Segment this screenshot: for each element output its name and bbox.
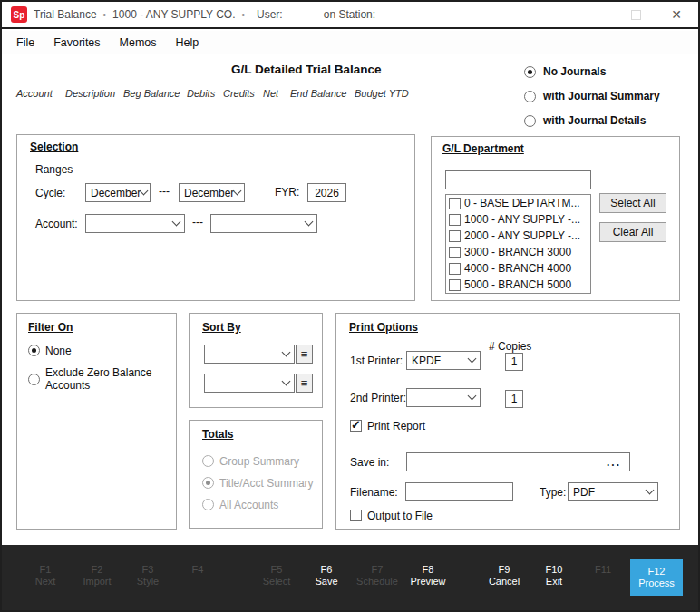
column-header-credits: Credits xyxy=(223,88,255,99)
browse-icon[interactable]: ... xyxy=(607,456,625,469)
radio-label: No Journals xyxy=(543,65,606,78)
checkbox-icon[interactable] xyxy=(449,279,461,291)
fk-label: Exit xyxy=(518,576,590,588)
department-list-item[interactable]: 4000 - BRANCH 4000 xyxy=(446,260,590,277)
sort2-dropdown[interactable] xyxy=(204,374,295,393)
user-label: User: xyxy=(257,8,283,21)
account-to-dropdown[interactable] xyxy=(210,214,317,233)
checkbox-icon[interactable] xyxy=(449,214,461,226)
ranges-label: Ranges xyxy=(35,163,73,176)
department-list-item[interactable]: 5000 - BRANCH 5000 xyxy=(446,277,590,293)
radio-icon xyxy=(202,477,214,489)
selection-groupbox: Selection Ranges Cycle: December --- Dec… xyxy=(16,134,415,301)
output-to-file-checkbox[interactable]: Output to File xyxy=(350,510,433,522)
department-label: 5000 - BRANCH 5000 xyxy=(464,278,571,291)
printer1-dropdown[interactable]: KPDF xyxy=(406,351,481,370)
gl-department-title: G/L Department xyxy=(442,142,524,155)
department-list[interactable]: 0 - BASE DEPTARTM... 1000 - ANY SUPPLY -… xyxy=(445,194,591,294)
department-list-item[interactable]: 1000 - ANY SUPPLY -... xyxy=(446,211,590,228)
column-header-beg-balance: Beg Balance xyxy=(123,88,180,99)
print-options-title: Print Options xyxy=(349,321,418,334)
printer2-label: 2nd Printer: xyxy=(350,392,406,404)
radio-all-accounts: All Accounts xyxy=(202,499,278,511)
checkbox-icon[interactable] xyxy=(449,263,461,275)
fk-key: F12 xyxy=(648,566,666,578)
select-all-button[interactable]: Select All xyxy=(599,193,666,213)
radio-icon xyxy=(28,374,40,385)
checkbox-icon[interactable] xyxy=(449,198,461,209)
radio-with-journal-details[interactable]: with Journal Details xyxy=(524,114,646,127)
print-options-groupbox: Print Options # Copies 1st Printer: KPDF… xyxy=(335,313,680,530)
radio-no-journals[interactable]: No Journals xyxy=(524,65,606,78)
column-header-debits: Debits xyxy=(187,88,215,99)
save-in-label: Save in: xyxy=(350,456,389,469)
menu-help[interactable]: Help xyxy=(176,36,199,49)
chevron-down-icon xyxy=(140,187,149,196)
printer2-dropdown[interactable] xyxy=(406,388,481,407)
menu-favorites[interactable]: Favorites xyxy=(53,36,100,49)
menu-memos[interactable]: Memos xyxy=(120,36,157,49)
type-dropdown[interactable]: PDF xyxy=(568,482,658,501)
radio-label: Title/Acct Summary xyxy=(219,477,314,490)
department-label: 3000 - BRANCH 3000 xyxy=(464,246,571,258)
range-separator: --- xyxy=(192,216,203,228)
account-from-dropdown[interactable] xyxy=(85,214,185,233)
printer2-copies-field[interactable]: 1 xyxy=(505,390,523,408)
checkbox-icon[interactable] xyxy=(449,230,461,242)
checkbox-icon xyxy=(350,510,362,521)
checkbox-icon[interactable] xyxy=(449,247,461,258)
function-key-bar: F1 Next F2 Import F3 Style F4 F5 Select … xyxy=(2,545,698,610)
fk-label: Preview xyxy=(392,576,464,588)
minimize-icon[interactable]: — xyxy=(590,8,601,21)
radio-icon xyxy=(524,91,536,102)
cycle-from-dropdown[interactable]: December xyxy=(85,183,151,202)
print-report-checkbox[interactable]: Print Report xyxy=(350,420,425,432)
cycle-to-dropdown[interactable]: December xyxy=(179,183,245,202)
clear-all-button[interactable]: Clear All xyxy=(599,222,666,242)
radio-filter-none[interactable]: None xyxy=(28,345,72,357)
column-header-account: Account xyxy=(16,88,53,99)
radio-with-journal-summary[interactable]: with Journal Summary xyxy=(524,90,660,102)
department-list-item[interactable]: 2000 - ANY SUPPLY -... xyxy=(446,228,590,244)
filter-on-groupbox: Filter On None Exclude Zero Balance Acco… xyxy=(16,313,177,530)
department-list-item[interactable]: 0 - BASE DEPTARTM... xyxy=(446,195,590,211)
totals-title: Totals xyxy=(202,428,233,441)
printer1-copies-field[interactable]: 1 xyxy=(505,353,523,371)
sort2-list-button[interactable]: ≡ xyxy=(296,374,313,393)
copies-label: # Copies xyxy=(489,340,531,353)
bullet-separator: • xyxy=(103,10,107,20)
radio-exclude-zero-balance[interactable]: Exclude Zero Balance Accounts xyxy=(28,366,171,392)
radio-icon xyxy=(28,345,40,356)
chevron-down-icon xyxy=(282,377,291,386)
department-list-item[interactable]: 3000 - BRANCH 3000 xyxy=(446,244,590,260)
f12-process-button[interactable]: F12 Process xyxy=(630,559,683,596)
fk-label: Style xyxy=(112,576,184,588)
filename-field[interactable] xyxy=(405,482,513,501)
close-icon[interactable]: ✕ xyxy=(671,7,682,22)
filter-on-title: Filter On xyxy=(28,321,73,334)
maximize-icon xyxy=(631,10,641,20)
fk-key: F4 xyxy=(161,564,234,576)
cycle-from-value: December xyxy=(91,187,141,199)
radio-group-summary: Group Summary xyxy=(202,455,299,468)
department-label: 2000 - ANY SUPPLY -... xyxy=(464,229,580,242)
cycle-label: Cycle: xyxy=(35,187,65,199)
checkbox-icon xyxy=(350,420,362,432)
department-search-input[interactable] xyxy=(445,170,591,189)
menu-file[interactable]: File xyxy=(16,36,34,49)
sort1-list-button[interactable]: ≡ xyxy=(296,345,313,364)
save-in-field[interactable]: ... xyxy=(406,452,630,471)
printer1-label: 1st Printer: xyxy=(350,355,403,367)
window-controls: — ✕ xyxy=(590,7,689,22)
radio-icon xyxy=(202,455,214,467)
radio-label: Group Summary xyxy=(219,455,299,468)
app-window: Sp Trial Balance • 1000 - ANY SUPPLY CO.… xyxy=(0,0,700,612)
selection-title: Selection xyxy=(30,141,78,153)
title-bar: Sp Trial Balance • 1000 - ANY SUPPLY CO.… xyxy=(2,2,698,29)
department-label: 1000 - ANY SUPPLY -... xyxy=(464,213,580,226)
sort1-dropdown[interactable] xyxy=(204,345,295,364)
menu-bar: File Favorites Memos Help xyxy=(2,31,698,54)
f8-preview-button[interactable]: F8 Preview xyxy=(392,564,464,588)
fyr-field[interactable]: 2026 xyxy=(307,183,346,202)
fyr-label: FYR: xyxy=(275,186,299,199)
